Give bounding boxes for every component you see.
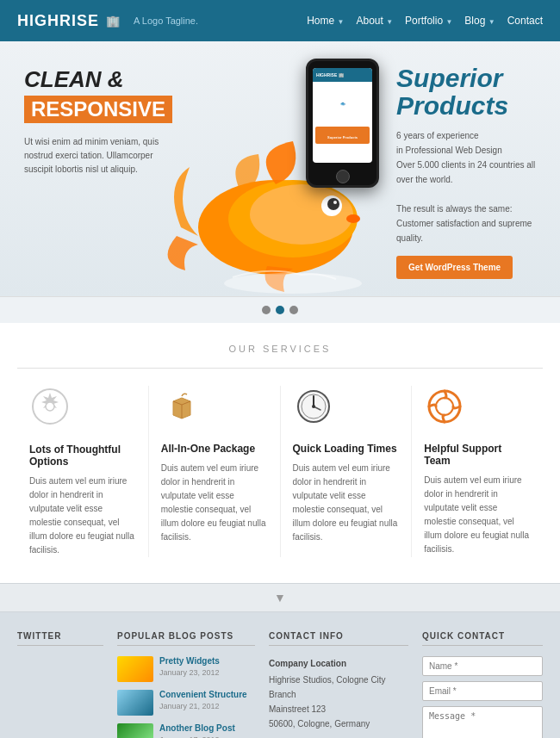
- nav-contact[interactable]: Contact: [507, 15, 543, 27]
- svg-point-6: [346, 214, 360, 223]
- service-icon-3: [293, 386, 400, 434]
- footer-twitter: TWITTER: [17, 631, 103, 738]
- svg-point-9: [46, 402, 54, 411]
- blog-link-1[interactable]: Pretty Widgets: [159, 656, 220, 666]
- hero-right: Superior Products 6 years of experience …: [388, 41, 560, 296]
- hero-headline2: RESPONSIVE: [24, 96, 172, 123]
- blog-date-2: January 21, 2012: [159, 702, 220, 710]
- svg-point-5: [333, 201, 337, 204]
- service-desc-2: Duis autem vel eum iriure dolor in hendr…: [161, 462, 268, 544]
- nav-blog[interactable]: Blog ▼: [464, 15, 495, 27]
- logo-tagline: A Logo Tagline.: [134, 16, 198, 26]
- service-title-2: All-In-One Package: [161, 443, 268, 455]
- blog-post-3: Another Blog Post January 17, 2012: [117, 723, 255, 738]
- slider-dot-1[interactable]: [262, 306, 271, 314]
- quick-contact-message[interactable]: [422, 706, 543, 738]
- services-grid: Lots of Thoughtful Options Duis autem ve…: [17, 386, 543, 557]
- footer-contact-info: CONTACT INFO Company Location Highrise S…: [269, 631, 408, 738]
- service-desc-1: Duis autem vel eum iriure dolor in hendr…: [29, 474, 136, 557]
- services-divider: [17, 368, 543, 369]
- service-title-3: Quick Loading Times: [293, 443, 400, 455]
- chevron-row: ▼: [0, 583, 560, 612]
- footer-blog: POPULAR BLOG POSTS Pretty Widgets Januar…: [117, 631, 255, 738]
- service-title-1: Lots of Thoughtful Options: [29, 443, 136, 468]
- quick-contact-title: QUICK CONTACT: [422, 631, 543, 646]
- phone-device: HIGHRISE 🏢 🐟 Superior Products: [306, 59, 379, 188]
- svg-point-14: [312, 405, 315, 408]
- site-header: HIGHRISE 🏢 A Logo Tagline. Home ▼ About …: [0, 0, 560, 41]
- blog-date-1: January 23, 2012: [159, 668, 220, 677]
- hero-left: CLEAN & RESPONSIVE Ut wisi enim ad minim…: [0, 41, 181, 296]
- nav-about[interactable]: About ▼: [356, 15, 393, 27]
- footer-quick-contact: QUICK CONTACT Send: [422, 631, 543, 738]
- service-icon-4: [424, 386, 531, 434]
- logo-text: HIGHRISE: [17, 12, 99, 30]
- hero-superior: Superior: [396, 65, 543, 91]
- svg-point-16: [436, 398, 453, 415]
- service-desc-4: Duis autem vel eum iriure dolor in hendr…: [424, 474, 531, 556]
- services-section: OUR SERVICES Lots of Thoughtful Options …: [0, 323, 560, 583]
- hero-products: Products: [396, 91, 543, 120]
- blog-thumb-3: [117, 723, 153, 738]
- logo-area: HIGHRISE 🏢 A Logo Tagline.: [17, 12, 198, 30]
- hero-subtext: Ut wisi enim ad minim veniam, quis nostr…: [24, 135, 172, 177]
- slider-dot-3[interactable]: [289, 306, 298, 314]
- service-icon-2: [161, 386, 268, 434]
- portfolio-nav-icon: ▼: [445, 18, 452, 26]
- contact-col-title: CONTACT INFO: [269, 631, 408, 646]
- about-nav-icon: ▼: [386, 18, 393, 26]
- service-item-3: Quick Loading Times Duis autem vel eum i…: [281, 386, 413, 557]
- main-nav: Home ▼ About ▼ Portfolio ▼ Blog ▼ Contac…: [307, 15, 543, 27]
- blog-thumb-2: [117, 690, 153, 716]
- svg-point-4: [327, 198, 339, 210]
- service-desc-3: Duis autem vel eum iriure dolor in hendr…: [293, 462, 400, 544]
- blog-nav-icon: ▼: [488, 18, 495, 26]
- quick-contact-email[interactable]: [422, 681, 543, 701]
- hero-points: 6 years of experience in Professional We…: [396, 128, 543, 245]
- blog-col-title: POPULAR BLOG POSTS: [117, 631, 255, 646]
- hero-center: HIGHRISE 🏢 🐟 Superior Products: [181, 41, 388, 296]
- slider-dot-2[interactable]: [276, 306, 284, 314]
- service-item-2: All-In-One Package Duis autem vel eum ir…: [149, 386, 281, 557]
- hero-section: CLEAN & RESPONSIVE Ut wisi enim ad minim…: [0, 41, 560, 296]
- slider-controls: [0, 296, 560, 323]
- service-item-4: Helpful Support Team Duis autem vel eum …: [412, 386, 543, 557]
- blog-link-3[interactable]: Another Blog Post: [159, 723, 235, 733]
- nav-portfolio[interactable]: Portfolio ▼: [405, 15, 452, 27]
- service-icon-1: [29, 386, 136, 435]
- service-title-4: Helpful Support Team: [424, 443, 531, 467]
- cta-button[interactable]: Get WordPress Theme: [396, 256, 513, 279]
- company-name: Highrise Studios, Cologne City Branch: [269, 675, 386, 699]
- home-nav-icon: ▼: [338, 18, 345, 26]
- twitter-col-title: TWITTER: [17, 631, 103, 646]
- company-label: Company Location: [269, 656, 408, 671]
- logo-building-icon: 🏢: [106, 15, 120, 28]
- blog-link-2[interactable]: Convenient Structure: [159, 690, 247, 699]
- hero-headline1: CLEAN &: [24, 67, 172, 92]
- blog-post-1: Pretty Widgets January 23, 2012: [117, 656, 255, 682]
- address2: 50600, Cologne, Germany: [269, 719, 370, 729]
- chevron-down-icon: ▼: [274, 591, 286, 605]
- blog-thumb-1: [117, 656, 153, 682]
- svg-point-7: [224, 273, 362, 294]
- service-item-1: Lots of Thoughtful Options Duis autem ve…: [17, 386, 149, 557]
- svg-point-2: [250, 184, 353, 245]
- nav-home[interactable]: Home ▼: [307, 15, 344, 27]
- address1: Mainstreet 123: [269, 704, 326, 714]
- quick-contact-name[interactable]: [422, 656, 543, 676]
- services-title: OUR SERVICES: [17, 344, 543, 354]
- contact-info-content: Company Location Highrise Studios, Colog…: [269, 656, 408, 738]
- footer-top: TWITTER POPULAR BLOG POSTS Pretty Widget…: [0, 612, 560, 738]
- blog-post-2: Convenient Structure January 21, 2012: [117, 690, 255, 716]
